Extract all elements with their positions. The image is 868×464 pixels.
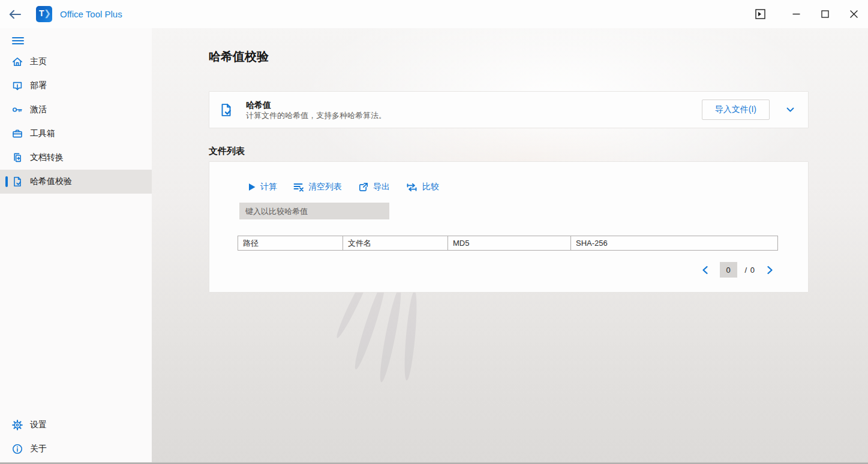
total-pages: 0 (750, 266, 755, 275)
compare-hash-input[interactable] (239, 203, 389, 219)
calculate-play-icon (247, 182, 256, 192)
console-button[interactable] (747, 0, 773, 28)
sidebar-item-label: 哈希值校验 (30, 176, 72, 187)
main-content: 哈希值校验 哈希值 计算文件的哈希值，支持多种哈希算法。 导入文件(I) (152, 28, 868, 464)
table-header-row: 路径 文件名 MD5 SHA-256 (238, 236, 778, 251)
close-icon (850, 10, 858, 18)
maximize-icon (821, 10, 829, 18)
column-header-md5[interactable]: MD5 (448, 236, 571, 251)
sidebar-item-activate[interactable]: 激活 (0, 98, 152, 122)
sidebar-item-hash-check[interactable]: 哈希值校验 (0, 170, 152, 194)
page-separator: / (745, 266, 748, 275)
file-list-card: 计算 清空列表 (209, 161, 809, 293)
compare-button[interactable]: 比较 (406, 182, 439, 192)
app-title: Office Tool Plus (60, 9, 122, 19)
file-list-table: 路径 文件名 MD5 SHA-256 (238, 236, 778, 251)
sidebar-nav: 主页 部署 激活 (0, 50, 152, 194)
hash-document-icon (218, 102, 234, 118)
minimize-button[interactable] (782, 0, 810, 28)
menu-button[interactable] (6, 32, 30, 50)
current-page-box[interactable]: 0 (720, 262, 737, 278)
export-button[interactable]: 导出 (358, 182, 390, 193)
compare-arrows-icon (406, 183, 418, 192)
prev-page-icon (702, 266, 708, 275)
minimize-icon (792, 13, 800, 15)
sidebar-item-deploy[interactable]: 部署 (0, 74, 152, 98)
pagination: 0 / 0 (238, 262, 776, 278)
gear-icon (11, 418, 24, 432)
menu-icon (12, 37, 24, 45)
sidebar: 主页 部署 激活 (0, 28, 152, 464)
toolbox-icon (11, 127, 24, 140)
sidebar-item-toolbox[interactable]: 工具箱 (0, 122, 152, 146)
file-list-toolbar: 计算 清空列表 (247, 180, 776, 194)
sidebar-item-label: 激活 (30, 104, 47, 115)
app-window: T ❯ Office Tool Plus (0, 0, 868, 464)
file-list-section-title: 文件列表 (209, 146, 868, 156)
calculate-button[interactable]: 计算 (247, 182, 277, 192)
activate-key-icon (11, 103, 24, 116)
export-icon (358, 182, 369, 193)
home-icon (11, 55, 24, 68)
sidebar-item-label: 设置 (30, 420, 47, 430)
sidebar-item-label: 文档转换 (30, 152, 64, 163)
prev-page-button[interactable] (699, 263, 712, 277)
sidebar-footer: 设置 关于 (0, 413, 152, 461)
maximize-button[interactable] (810, 0, 839, 28)
sidebar-item-label: 部署 (30, 80, 47, 91)
back-icon (8, 10, 22, 19)
window-controls (747, 0, 868, 28)
sidebar-item-settings[interactable]: 设置 (0, 413, 152, 437)
next-page-icon (767, 266, 773, 275)
deploy-icon (11, 79, 24, 92)
hash-card-description: 计算文件的哈希值，支持多种哈希算法。 (246, 110, 386, 120)
sidebar-item-about[interactable]: 关于 (0, 437, 152, 461)
sidebar-item-document-convert[interactable]: 文档转换 (0, 146, 152, 170)
clear-list-button[interactable]: 清空列表 (293, 182, 342, 192)
back-button[interactable] (0, 0, 30, 28)
import-file-button[interactable]: 导入文件(I) (702, 100, 770, 120)
sidebar-item-label: 主页 (30, 56, 47, 67)
hash-check-icon (11, 175, 24, 188)
hash-card-title: 哈希值 (246, 100, 386, 110)
column-header-filename[interactable]: 文件名 (343, 236, 448, 251)
page-title: 哈希值校验 (209, 49, 868, 64)
sidebar-item-label: 工具箱 (30, 128, 55, 139)
titlebar: T ❯ Office Tool Plus (0, 0, 868, 28)
titlebar-left: T ❯ Office Tool Plus (0, 0, 122, 28)
next-page-button[interactable] (763, 263, 776, 277)
document-convert-icon (11, 151, 24, 164)
column-header-sha256[interactable]: SHA-256 (571, 236, 778, 251)
close-button[interactable] (839, 0, 868, 28)
console-icon (755, 9, 765, 19)
chevron-down-icon[interactable] (783, 103, 797, 117)
app-logo-icon: T ❯ (36, 6, 52, 22)
hash-value-card: 哈希值 计算文件的哈希值，支持多种哈希算法。 导入文件(I) (209, 91, 809, 128)
sidebar-item-home[interactable]: 主页 (0, 50, 152, 74)
sidebar-item-label: 关于 (30, 444, 47, 454)
column-header-path[interactable]: 路径 (238, 236, 343, 251)
info-icon (11, 442, 24, 456)
clear-list-icon (293, 182, 304, 192)
